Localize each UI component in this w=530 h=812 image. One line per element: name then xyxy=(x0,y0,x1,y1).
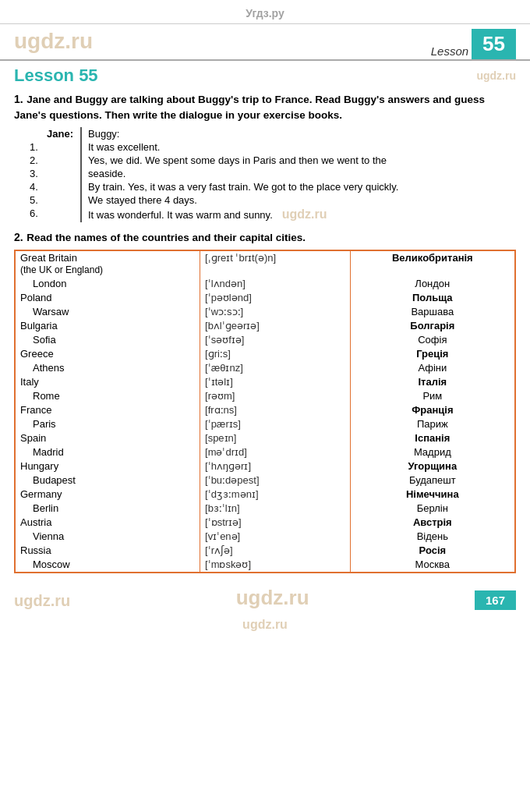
dialogue-table: Jane: Buggy: 1. It was excellent. 2. Yes… xyxy=(26,127,401,222)
pronunciation-cell: [bɜːˈlɪn] xyxy=(200,502,351,516)
capital-name-cell: Rome xyxy=(15,389,200,403)
country-row: Hungary[ˈhʌŋɡərɪ]Угорщина xyxy=(15,459,515,473)
dialogue-jane-5 xyxy=(44,193,81,207)
capital-row: Warsaw[ˈwɔːsɔː]Варшава xyxy=(15,305,515,319)
country-row: Austria[ˈɒstrɪə]Австрія xyxy=(15,516,515,530)
pronunciation-cell: [ˈlʌndən] xyxy=(200,277,351,291)
pronunciation-cell: [ˈpærɪs] xyxy=(200,417,351,431)
task2-number: 2. xyxy=(14,231,23,243)
dialogue-buggy-3: seaside. xyxy=(81,167,401,180)
capital-name-cell: Warsaw xyxy=(15,305,200,319)
capital-name-cell: Athens xyxy=(15,361,200,375)
capital-name-cell: Madrid xyxy=(15,445,200,459)
header-watermark-left: ugdz.ru xyxy=(14,29,93,54)
country-name-cell: Greece xyxy=(15,347,200,361)
country-row: Germany[ˈdʒɜːmənɪ]Німеччина xyxy=(15,488,515,502)
dialogue-jane-3 xyxy=(44,167,81,180)
bottom-watermark-center: ugdz.ru xyxy=(236,586,309,610)
lesson-number-box: 55 xyxy=(472,29,516,59)
bottom-area: ugdz.ru ugdz.ru 167 xyxy=(0,581,530,618)
ukrainian-cell: Іспанія xyxy=(350,431,515,445)
ukrainian-cell: Париж xyxy=(350,417,515,431)
capital-row: Budapest[ˈbuːdəpest]Будапешт xyxy=(15,473,515,488)
dialogue-num-3: 3. xyxy=(26,167,44,180)
country-name-cell: Bulgaria xyxy=(15,319,200,333)
pronunciation-cell: [ˈhʌŋɡərɪ] xyxy=(200,459,351,473)
top-watermark: Угдз.ру xyxy=(246,7,284,20)
capital-row: Athens[ˈæθɪnz]Афіни xyxy=(15,361,515,375)
ukrainian-cell: Польща xyxy=(350,291,515,305)
dialogue-row: 4. By train. Yes, it was a very fast tra… xyxy=(26,180,401,193)
task2-header: 2. Read the names of the countries and t… xyxy=(14,230,516,246)
ukrainian-cell: Угорщина xyxy=(350,459,515,473)
countries-table: Great Britain(the UK or England)[ˌɡreɪt … xyxy=(14,250,516,573)
capital-row: Berlin[bɜːˈlɪn]Берлін xyxy=(15,502,515,516)
country-name-cell: Great Britain(the UK or England) xyxy=(15,250,200,277)
country-name-cell: Italy xyxy=(15,375,200,389)
ukrainian-cell: Росія xyxy=(350,544,515,558)
page-number: 167 xyxy=(486,594,505,607)
country-row: France[frɑːns]Франція xyxy=(15,403,515,417)
dialogue-jane-6 xyxy=(44,207,81,222)
country-name-cell: Poland xyxy=(15,291,200,305)
dialogue-num-header xyxy=(26,127,44,140)
capital-row: Paris[ˈpærɪs]Париж xyxy=(15,417,515,431)
bottom-watermark-left: ugdz.ru xyxy=(14,592,70,610)
country-name-cell: Austria xyxy=(15,516,200,530)
ukrainian-cell: Болгарія xyxy=(350,319,515,333)
ukrainian-cell: Греція xyxy=(350,347,515,361)
country-row: Italy[ˈɪtəlɪ]Італія xyxy=(15,375,515,389)
ukrainian-cell: Лондон xyxy=(350,277,515,291)
capital-name-cell: Berlin xyxy=(15,502,200,516)
dialogue-row: 6. It was wonderful. It was warm and sun… xyxy=(26,207,401,222)
pronunciation-cell: [speɪn] xyxy=(200,431,351,445)
top-bar: Угдз.ру xyxy=(0,0,530,24)
capital-name-cell: London xyxy=(15,277,200,291)
country-row: Spain[speɪn]Іспанія xyxy=(15,431,515,445)
pronunciation-cell: [ˈpəʊlənd] xyxy=(200,291,351,305)
dialogue-num-6: 6. xyxy=(26,207,44,222)
country-row: Russia[ˈrʌʃə]Росія xyxy=(15,544,515,558)
ukrainian-cell: Софія xyxy=(350,333,515,347)
page-header: Lesson 55 ugdz.ru xyxy=(0,61,530,86)
ukrainian-cell: Варшава xyxy=(350,305,515,319)
capital-name-cell: Moscow xyxy=(15,558,200,573)
capital-row: Sofia[ˈsəʊfɪə]Софія xyxy=(15,333,515,347)
country-name-cell: Germany xyxy=(15,488,200,502)
pronunciation-cell: [rəʊm] xyxy=(200,389,351,403)
dialogue-buggy-header: Buggy: xyxy=(81,127,401,140)
main-content: 1. Jane and Buggy are talking about Bugg… xyxy=(0,86,530,573)
dialogue-row: 5. We stayed there 4 days. xyxy=(26,193,401,207)
task1-instruction: Jane and Buggy are talking about Buggy's… xyxy=(14,94,485,121)
dialogue-row: 1. It was excellent. xyxy=(26,140,401,154)
pronunciation-cell: [ɡriːs] xyxy=(200,347,351,361)
pronunciation-cell: [ˈɒstrɪə] xyxy=(200,516,351,530)
pronunciation-cell: [ˈbuːdəpest] xyxy=(200,473,351,488)
capital-row: Vienna[vɪˈenə]Відень xyxy=(15,530,515,544)
pronunciation-cell: [ˌɡreɪt ˈbrɪt(ə)n] xyxy=(200,250,351,277)
capital-row: Rome[rəʊm]Рим xyxy=(15,389,515,403)
ukrainian-cell: Афіни xyxy=(350,361,515,375)
pronunciation-cell: [ˈwɔːsɔː] xyxy=(200,305,351,319)
pronunciation-cell: [ˈrʌʃə] xyxy=(200,544,351,558)
dialogue-header-row: Jane: Buggy: xyxy=(26,127,401,140)
country-name-cell: Russia xyxy=(15,544,200,558)
ukrainian-cell: Німеччина xyxy=(350,488,515,502)
capital-row: Moscow[ˈmɒskəʊ]Москва xyxy=(15,558,515,573)
task1-number: 1. xyxy=(14,93,23,105)
country-row: Great Britain(the UK or England)[ˌɡreɪt … xyxy=(15,250,515,277)
header-watermark-right: ugdz.ru xyxy=(476,69,516,82)
task2-instruction: Read the names of the countries and thei… xyxy=(26,232,306,243)
country-row: Bulgaria[bʌlˈɡeərɪə]Болгарія xyxy=(15,319,515,333)
ukrainian-cell: Австрія xyxy=(350,516,515,530)
lesson-word: Lesson xyxy=(431,44,472,59)
page-number-box: 167 xyxy=(475,590,516,610)
pronunciation-cell: [ˈmɒskəʊ] xyxy=(200,558,351,573)
dialogue-buggy-5: We stayed there 4 days. xyxy=(81,193,401,207)
country-name-cell: Hungary xyxy=(15,459,200,473)
ukrainian-cell: Франція xyxy=(350,403,515,417)
footer-watermark: ugdz.ru xyxy=(0,618,530,638)
ukrainian-cell: Будапешт xyxy=(350,473,515,488)
capital-name-cell: Vienna xyxy=(15,530,200,544)
country-row: Greece[ɡriːs]Греція xyxy=(15,347,515,361)
